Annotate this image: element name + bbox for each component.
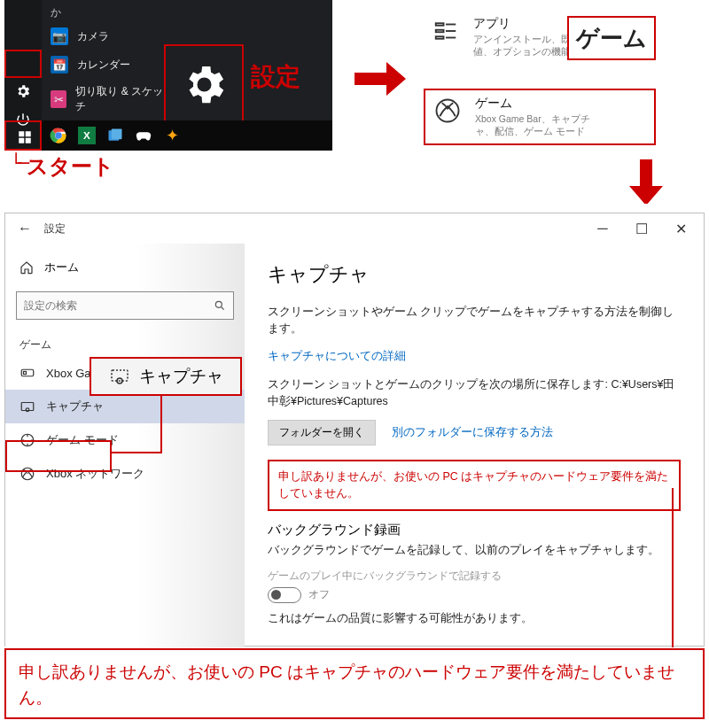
svg-rect-5: [112, 129, 122, 140]
svg-rect-8: [19, 138, 24, 143]
start-button-highlight[interactable]: [4, 120, 42, 151]
svg-rect-6: [19, 131, 24, 136]
gaming-callout: ゲーム: [567, 16, 656, 60]
start-item-label: カメラ: [77, 29, 109, 44]
start-app-list: か 📷 カメラ 📅 カレンダー ✂ 切り取り & スケッチ: [42, 4, 175, 120]
files-icon[interactable]: [105, 126, 125, 145]
arrow-right-icon: [354, 62, 406, 96]
start-item-camera[interactable]: 📷 カメラ: [42, 22, 175, 50]
settings-categories: ゲーム アプリ アンインストール、既定値、オプションの機能 ゲーム Xbox G…: [424, 11, 656, 170]
start-item-label: カレンダー: [77, 58, 130, 73]
start-annotation: └─ スタート: [11, 152, 114, 181]
start-item-snip[interactable]: ✂ 切り取り & スケッチ: [42, 79, 175, 120]
excel-icon[interactable]: X: [77, 126, 97, 145]
svg-rect-11: [436, 30, 444, 33]
start-menu: か 📷 カメラ 📅 カレンダー ✂ 切り取り & スケッチ 設定 X ✦: [4, 0, 332, 151]
category-title: ゲーム: [475, 96, 590, 112]
svg-rect-7: [26, 131, 31, 136]
arrow-down-icon: [629, 159, 663, 204]
settings-annotation: 設定: [251, 60, 300, 94]
start-item-calendar[interactable]: 📅 カレンダー: [42, 50, 175, 79]
svg-rect-12: [436, 36, 444, 39]
apps-icon: [431, 16, 461, 46]
settings-large-highlight: [164, 44, 244, 124]
start-item-label: 切り取り & スケッチ: [75, 84, 166, 114]
svg-text:X: X: [83, 129, 90, 141]
category-gaming[interactable]: ゲーム Xbox Game Bar、キャプチャ、配信、ゲーム モード: [424, 89, 656, 145]
category-desc: Xbox Game Bar、キャプチャ、配信、ゲーム モード: [475, 113, 590, 138]
chrome-icon[interactable]: [49, 126, 68, 145]
settings-icon-highlight: [4, 50, 42, 78]
svg-rect-10: [436, 23, 444, 26]
start-letter[interactable]: か: [42, 4, 175, 22]
app-icon[interactable]: ✦: [162, 126, 182, 145]
controller-icon[interactable]: [134, 126, 153, 145]
svg-point-16: [437, 100, 459, 122]
xbox-icon: [432, 96, 463, 126]
top-composite: か 📷 カメラ 📅 カレンダー ✂ 切り取り & スケッチ 設定 X ✦: [0, 0, 709, 204]
svg-point-1: [55, 132, 62, 139]
settings-icon[interactable]: [15, 83, 31, 99]
svg-rect-9: [26, 138, 31, 143]
taskbar: X ✦: [42, 120, 332, 151]
